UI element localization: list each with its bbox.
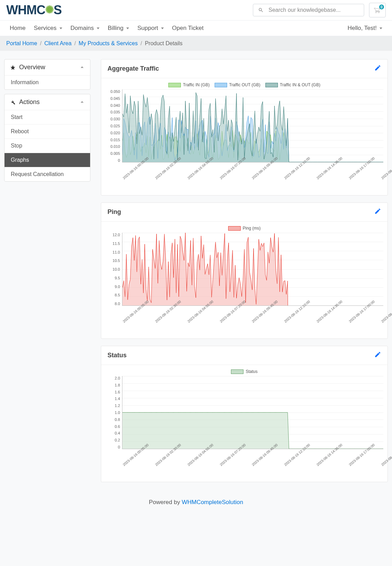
legend-label: Traffic IN (GB) xyxy=(183,82,210,87)
plot-area xyxy=(122,376,383,449)
legend-item: Traffic IN & OUT (GB) xyxy=(265,82,320,87)
nav-greeting[interactable]: Hello, Test! xyxy=(344,21,386,36)
sidebar-item-request-cancellation[interactable]: Request Cancellation xyxy=(5,167,90,181)
y-axis: 12.011.511.010.510.09.59.08.58.0 xyxy=(105,233,122,306)
footer-link[interactable]: WHMCompleteSolution xyxy=(182,499,243,505)
y-tick: 0.045 xyxy=(110,96,120,101)
edit-button[interactable] xyxy=(374,208,381,216)
nav-label: Home xyxy=(10,25,25,32)
nav-item-domains[interactable]: Domains xyxy=(67,21,103,36)
card-head: Ping xyxy=(101,203,387,222)
y-tick: 0.6 xyxy=(115,424,120,429)
nav-label: Billing xyxy=(108,25,123,32)
y-tick: 0.015 xyxy=(110,138,120,142)
cart-button[interactable]: 0 xyxy=(369,3,386,17)
search-box[interactable] xyxy=(253,4,364,16)
y-tick: 11.0 xyxy=(113,250,120,254)
edit-button[interactable] xyxy=(374,64,381,73)
legend-item: Traffic IN (GB) xyxy=(168,82,210,87)
y-tick: 8.5 xyxy=(115,293,120,297)
legend-item: Ping (ms) xyxy=(228,226,261,231)
plot-area xyxy=(122,233,383,306)
legend: Status xyxy=(105,369,383,374)
navbar: HomeServicesDomainsBillingSupportOpen Ti… xyxy=(0,21,392,36)
card-title: Ping xyxy=(107,208,121,216)
nav-item-support[interactable]: Support xyxy=(134,21,167,36)
panel-overview: Overview Information xyxy=(4,59,90,90)
legend-label: Traffic IN & OUT (GB) xyxy=(280,82,320,87)
legend-item: Traffic OUT (GB) xyxy=(215,82,261,87)
sidebar: Overview Information Actions StartReboot… xyxy=(4,59,90,186)
breadcrumb-link[interactable]: Client Area xyxy=(44,40,71,47)
y-tick: 0.020 xyxy=(110,131,120,135)
legend-swatch xyxy=(265,83,278,87)
breadcrumb-sep: / xyxy=(141,40,142,47)
y-tick: 11.5 xyxy=(113,241,120,246)
sidebar-item-start[interactable]: Start xyxy=(5,110,90,124)
nav-label: Domains xyxy=(71,25,94,32)
y-tick: 8.0 xyxy=(115,302,120,306)
search-input[interactable] xyxy=(269,7,359,13)
y-tick: 0.025 xyxy=(110,124,120,128)
nav-item-billing[interactable]: Billing xyxy=(104,21,133,36)
nav-label: Support xyxy=(137,25,158,32)
panel-overview-head[interactable]: Overview xyxy=(5,59,90,75)
greeting-text: Hello, Test! xyxy=(347,25,377,32)
chevron-up-icon xyxy=(80,100,85,105)
plot-area xyxy=(122,89,383,162)
y-tick: 0.005 xyxy=(110,151,120,156)
breadcrumb-link[interactable]: Portal Home xyxy=(6,40,37,47)
breadcrumb: Portal Home/Client Area/My Products & Se… xyxy=(0,36,392,51)
y-tick: 0.040 xyxy=(110,103,120,107)
y-tick: 0.4 xyxy=(115,431,120,435)
chevron-down-icon xyxy=(59,27,62,29)
breadcrumb-sep: / xyxy=(74,40,76,47)
search-icon xyxy=(258,7,264,13)
chevron-down-icon xyxy=(126,27,129,29)
nav-item-open-ticket[interactable]: Open Ticket xyxy=(169,21,207,36)
nav-item-home[interactable]: Home xyxy=(6,21,29,36)
y-tick: 0 xyxy=(118,445,120,449)
y-axis: 2.01.81.61.41.21.00.80.60.40.20 xyxy=(105,376,122,449)
y-tick: 9.5 xyxy=(115,276,120,280)
y-tick: 1.2 xyxy=(115,404,120,408)
logo-text-pre: WHMC xyxy=(6,3,45,17)
footer-prefix: Powered by xyxy=(149,499,182,505)
panel-overview-title: Overview xyxy=(19,64,45,71)
panel-actions-title: Actions xyxy=(19,98,40,106)
wrench-icon xyxy=(10,99,16,105)
edit-button[interactable] xyxy=(374,351,381,360)
sidebar-item-reboot[interactable]: Reboot xyxy=(5,124,90,138)
y-tick: 1.4 xyxy=(115,397,120,401)
y-tick: 2.0 xyxy=(115,376,120,380)
nav-label: Open Ticket xyxy=(172,25,204,32)
topbar: WHMC✺S 0 xyxy=(0,0,392,21)
y-axis: 0.0500.0450.0400.0350.0300.0250.0200.015… xyxy=(105,89,122,162)
chevron-up-icon xyxy=(80,65,85,70)
nav-item-services[interactable]: Services xyxy=(30,21,65,36)
x-axis: 2023-08-16 00:05:002023-08-16 02:30:0020… xyxy=(122,164,383,188)
x-axis: 2023-08-16 00:05:002023-08-16 02:30:0020… xyxy=(122,307,383,332)
sidebar-item-graphs[interactable]: Graphs xyxy=(5,153,90,167)
legend-swatch xyxy=(231,369,243,374)
y-tick: 0.010 xyxy=(110,144,120,149)
chevron-down-icon xyxy=(97,27,99,29)
legend: Ping (ms) xyxy=(105,226,383,231)
y-tick: 0.030 xyxy=(110,117,120,121)
legend: Traffic IN (GB)Traffic OUT (GB)Traffic I… xyxy=(105,82,383,87)
logo[interactable]: WHMC✺S xyxy=(6,3,62,17)
y-tick: 0.2 xyxy=(115,438,120,442)
sidebar-item-stop[interactable]: Stop xyxy=(5,138,90,153)
y-tick: 0.050 xyxy=(110,89,120,94)
card-head: Aggregate Traffic xyxy=(101,59,387,78)
sidebar-item-information[interactable]: Information xyxy=(5,75,90,89)
y-tick: 9.0 xyxy=(115,285,120,289)
y-tick: 10.5 xyxy=(113,258,120,263)
y-tick: 0 xyxy=(118,158,120,162)
card-title: Status xyxy=(107,352,127,359)
x-axis: 2023-08-16 00:05:002023-08-16 02:30:0020… xyxy=(122,451,383,475)
panel-actions-head[interactable]: Actions xyxy=(5,94,90,110)
breadcrumb-link[interactable]: My Products & Services xyxy=(79,40,138,47)
breadcrumb-sep: / xyxy=(40,40,41,47)
content: Aggregate TrafficTraffic IN (GB)Traffic … xyxy=(101,59,388,489)
